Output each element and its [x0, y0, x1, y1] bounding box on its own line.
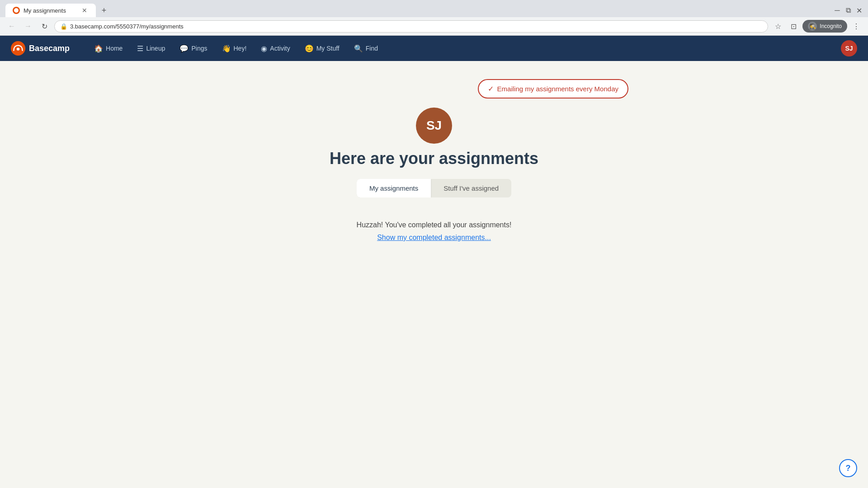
pings-icon: 💬 [179, 44, 189, 53]
nav-home-label: Home [106, 45, 123, 52]
nav-home[interactable]: 🏠 Home [88, 41, 129, 56]
top-nav: Basecamp 🏠 Home ☰ Lineup 💬 Pings 👋 Hey! … [0, 36, 868, 61]
activity-icon: ◉ [261, 44, 267, 53]
email-assignments-button[interactable]: ✓ Emailing my assignments every Monday [478, 79, 628, 99]
hey-icon: 👋 [222, 44, 231, 53]
url-text: 3.basecamp.com/5550377/my/assignments [70, 23, 762, 30]
email-btn-wrapper: ✓ Emailing my assignments every Monday [240, 79, 628, 99]
tab-title: My assignments [24, 7, 77, 14]
find-icon: 🔍 [354, 44, 363, 53]
nav-pings[interactable]: 💬 Pings [173, 41, 213, 56]
reload-button[interactable]: ↻ [38, 20, 51, 33]
maximize-button[interactable]: ⧉ [844, 7, 852, 14]
minimize-button[interactable]: ─ [834, 7, 841, 14]
show-completed-link[interactable]: Show my completed assignments... [377, 234, 491, 241]
profile-section: SJ Here are your assignments [240, 108, 628, 168]
email-assignments-label: Emailing my assignments every Monday [497, 85, 618, 93]
browser-toolbar: ← → ↻ 🔒 3.basecamp.com/5550377/my/assign… [0, 17, 868, 36]
incognito-icon: 🕵 [808, 22, 817, 31]
nav-links: 🏠 Home ☰ Lineup 💬 Pings 👋 Hey! ◉ Activit… [88, 41, 841, 56]
bookmark-button[interactable]: ☆ [772, 20, 784, 33]
browser-chrome: My assignments ✕ + ─ ⧉ ✕ ← → ↻ 🔒 3.basec… [0, 0, 868, 36]
mystuff-icon: 😊 [305, 44, 314, 53]
incognito-label: Incognito [820, 23, 842, 29]
nav-pings-label: Pings [191, 45, 207, 52]
incognito-button[interactable]: 🕵 Incognito [802, 20, 847, 33]
main-content: ✓ Emailing my assignments every Monday S… [0, 61, 868, 488]
nav-find[interactable]: 🔍 Find [348, 41, 384, 56]
nav-right: SJ [841, 40, 857, 56]
completed-message: Huzzah! You've completed all your assign… [249, 221, 619, 229]
lock-icon: 🔒 [60, 23, 67, 30]
toolbar-actions: ☆ ⊡ 🕵 Incognito ⋮ [772, 20, 863, 33]
basecamp-logo [11, 41, 25, 56]
page-title: Here are your assignments [330, 149, 538, 168]
nav-lineup[interactable]: ☰ Lineup [131, 41, 171, 56]
nav-lineup-label: Lineup [146, 45, 165, 52]
address-bar[interactable]: 🔒 3.basecamp.com/5550377/my/assignments [54, 20, 768, 33]
svg-point-1 [17, 47, 19, 50]
back-button[interactable]: ← [5, 20, 18, 33]
tab-close-button[interactable]: ✕ [80, 6, 89, 14]
nav-mystuff[interactable]: 😊 My Stuff [298, 41, 346, 56]
lineup-icon: ☰ [137, 44, 143, 53]
content-inner: ✓ Emailing my assignments every Monday S… [231, 61, 637, 269]
more-button[interactable]: ⋮ [850, 20, 863, 33]
app-wrapper: Basecamp 🏠 Home ☰ Lineup 💬 Pings 👋 Hey! … [0, 36, 868, 488]
user-avatar-nav[interactable]: SJ [841, 40, 857, 56]
nav-hey-label: Hey! [234, 45, 247, 52]
tab-stuff-ive-assigned[interactable]: Stuff I've assigned [431, 179, 511, 197]
browser-tab[interactable]: My assignments ✕ [5, 4, 96, 17]
nav-find-label: Find [366, 45, 378, 52]
brand-link[interactable]: Basecamp [11, 41, 70, 56]
help-button[interactable]: ? [839, 459, 857, 477]
tab-favicon [13, 7, 20, 14]
nav-hey[interactable]: 👋 Hey! [216, 41, 253, 56]
assignments-content: Huzzah! You've completed all your assign… [240, 212, 628, 251]
window-controls: ─ ⧉ ✕ [834, 7, 863, 14]
nav-mystuff-label: My Stuff [316, 45, 340, 52]
nav-activity[interactable]: ◉ Activity [255, 41, 296, 56]
forward-button[interactable]: → [22, 20, 34, 33]
tabs-container: My assignments Stuff I've assigned [240, 179, 628, 197]
nav-activity-label: Activity [270, 45, 290, 52]
user-avatar-large: SJ [416, 108, 452, 144]
tabs: My assignments Stuff I've assigned [357, 179, 511, 197]
new-tab-button[interactable]: + [98, 4, 110, 17]
tab-my-assignments[interactable]: My assignments [357, 179, 431, 197]
browser-titlebar: My assignments ✕ + ─ ⧉ ✕ [0, 0, 868, 17]
close-window-button[interactable]: ✕ [855, 7, 863, 14]
split-view-button[interactable]: ⊡ [787, 20, 800, 33]
checkmark-icon: ✓ [488, 84, 494, 93]
home-icon: 🏠 [94, 44, 103, 53]
brand-name: Basecamp [29, 44, 70, 53]
